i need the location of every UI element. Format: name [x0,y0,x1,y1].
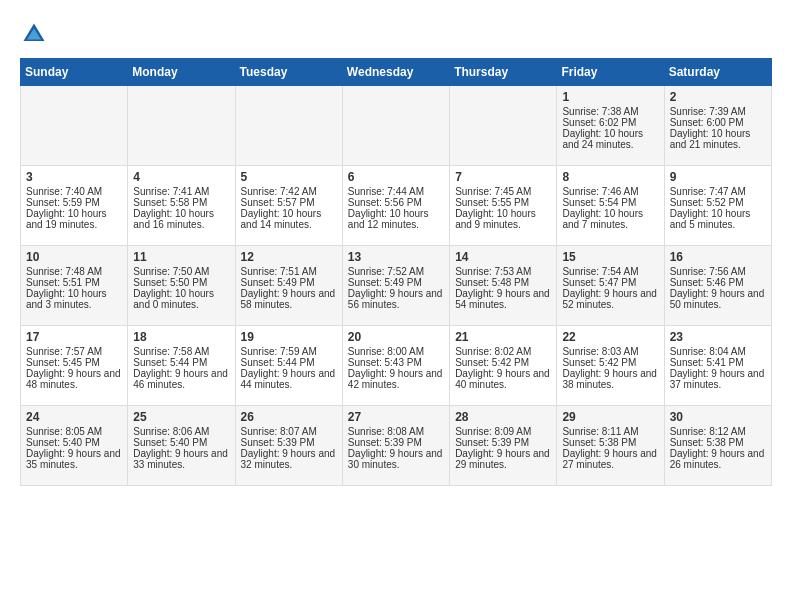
sunset: Sunset: 5:41 PM [670,357,744,368]
sunrise: Sunrise: 7:52 AM [348,266,424,277]
daylight: Daylight: 9 hours and 50 minutes. [670,288,765,310]
sunrise: Sunrise: 7:51 AM [241,266,317,277]
header-day-tuesday: Tuesday [235,59,342,86]
sunrise: Sunrise: 7:59 AM [241,346,317,357]
day-number: 30 [670,410,766,424]
calendar-cell: 24Sunrise: 8:05 AMSunset: 5:40 PMDayligh… [21,406,128,486]
day-number: 4 [133,170,229,184]
day-number: 16 [670,250,766,264]
sunrise: Sunrise: 7:42 AM [241,186,317,197]
day-number: 17 [26,330,122,344]
sunset: Sunset: 6:02 PM [562,117,636,128]
calendar-cell: 26Sunrise: 8:07 AMSunset: 5:39 PMDayligh… [235,406,342,486]
sunrise: Sunrise: 7:57 AM [26,346,102,357]
sunset: Sunset: 5:54 PM [562,197,636,208]
sunset: Sunset: 5:55 PM [455,197,529,208]
day-number: 6 [348,170,444,184]
sunset: Sunset: 5:51 PM [26,277,100,288]
day-number: 12 [241,250,337,264]
calendar-cell [342,86,449,166]
calendar-cell: 4Sunrise: 7:41 AMSunset: 5:58 PMDaylight… [128,166,235,246]
header-day-thursday: Thursday [450,59,557,86]
calendar-cell: 13Sunrise: 7:52 AMSunset: 5:49 PMDayligh… [342,246,449,326]
daylight: Daylight: 9 hours and 48 minutes. [26,368,121,390]
calendar-cell: 27Sunrise: 8:08 AMSunset: 5:39 PMDayligh… [342,406,449,486]
logo [20,20,52,48]
header-day-wednesday: Wednesday [342,59,449,86]
day-number: 9 [670,170,766,184]
day-number: 3 [26,170,122,184]
calendar-cell [235,86,342,166]
sunrise: Sunrise: 8:02 AM [455,346,531,357]
sunrise: Sunrise: 8:09 AM [455,426,531,437]
daylight: Daylight: 9 hours and 46 minutes. [133,368,228,390]
sunset: Sunset: 5:47 PM [562,277,636,288]
day-number: 20 [348,330,444,344]
daylight: Daylight: 9 hours and 37 minutes. [670,368,765,390]
header-row: SundayMondayTuesdayWednesdayThursdayFrid… [21,59,772,86]
daylight: Daylight: 9 hours and 38 minutes. [562,368,657,390]
daylight: Daylight: 10 hours and 0 minutes. [133,288,214,310]
header-day-monday: Monday [128,59,235,86]
week-row-4: 17Sunrise: 7:57 AMSunset: 5:45 PMDayligh… [21,326,772,406]
sunset: Sunset: 5:40 PM [26,437,100,448]
calendar-cell [128,86,235,166]
sunrise: Sunrise: 8:08 AM [348,426,424,437]
sunrise: Sunrise: 7:38 AM [562,106,638,117]
day-number: 13 [348,250,444,264]
daylight: Daylight: 9 hours and 54 minutes. [455,288,550,310]
sunset: Sunset: 5:39 PM [455,437,529,448]
sunset: Sunset: 5:44 PM [133,357,207,368]
sunrise: Sunrise: 7:58 AM [133,346,209,357]
week-row-5: 24Sunrise: 8:05 AMSunset: 5:40 PMDayligh… [21,406,772,486]
sunrise: Sunrise: 8:07 AM [241,426,317,437]
calendar-cell: 30Sunrise: 8:12 AMSunset: 5:38 PMDayligh… [664,406,771,486]
week-row-3: 10Sunrise: 7:48 AMSunset: 5:51 PMDayligh… [21,246,772,326]
calendar-cell: 18Sunrise: 7:58 AMSunset: 5:44 PMDayligh… [128,326,235,406]
sunset: Sunset: 5:45 PM [26,357,100,368]
calendar-header: SundayMondayTuesdayWednesdayThursdayFrid… [21,59,772,86]
sunrise: Sunrise: 8:06 AM [133,426,209,437]
calendar-cell: 17Sunrise: 7:57 AMSunset: 5:45 PMDayligh… [21,326,128,406]
calendar-cell: 23Sunrise: 8:04 AMSunset: 5:41 PMDayligh… [664,326,771,406]
sunset: Sunset: 5:39 PM [348,437,422,448]
sunrise: Sunrise: 8:11 AM [562,426,638,437]
day-number: 22 [562,330,658,344]
daylight: Daylight: 9 hours and 44 minutes. [241,368,336,390]
sunrise: Sunrise: 7:54 AM [562,266,638,277]
daylight: Daylight: 10 hours and 19 minutes. [26,208,107,230]
day-number: 8 [562,170,658,184]
calendar-cell: 15Sunrise: 7:54 AMSunset: 5:47 PMDayligh… [557,246,664,326]
calendar-cell: 8Sunrise: 7:46 AMSunset: 5:54 PMDaylight… [557,166,664,246]
sunrise: Sunrise: 7:56 AM [670,266,746,277]
sunrise: Sunrise: 7:50 AM [133,266,209,277]
calendar-table: SundayMondayTuesdayWednesdayThursdayFrid… [20,58,772,486]
sunrise: Sunrise: 8:03 AM [562,346,638,357]
sunrise: Sunrise: 8:00 AM [348,346,424,357]
sunrise: Sunrise: 7:45 AM [455,186,531,197]
daylight: Daylight: 10 hours and 21 minutes. [670,128,751,150]
calendar-cell: 21Sunrise: 8:02 AMSunset: 5:42 PMDayligh… [450,326,557,406]
sunrise: Sunrise: 7:44 AM [348,186,424,197]
daylight: Daylight: 9 hours and 30 minutes. [348,448,443,470]
day-number: 25 [133,410,229,424]
calendar-cell: 1Sunrise: 7:38 AMSunset: 6:02 PMDaylight… [557,86,664,166]
daylight: Daylight: 10 hours and 9 minutes. [455,208,536,230]
sunset: Sunset: 5:42 PM [455,357,529,368]
sunrise: Sunrise: 7:39 AM [670,106,746,117]
daylight: Daylight: 9 hours and 40 minutes. [455,368,550,390]
sunrise: Sunrise: 7:48 AM [26,266,102,277]
daylight: Daylight: 10 hours and 3 minutes. [26,288,107,310]
daylight: Daylight: 9 hours and 32 minutes. [241,448,336,470]
sunset: Sunset: 5:59 PM [26,197,100,208]
daylight: Daylight: 10 hours and 24 minutes. [562,128,643,150]
day-number: 2 [670,90,766,104]
sunset: Sunset: 6:00 PM [670,117,744,128]
daylight: Daylight: 10 hours and 16 minutes. [133,208,214,230]
daylight: Daylight: 10 hours and 12 minutes. [348,208,429,230]
header-day-friday: Friday [557,59,664,86]
sunset: Sunset: 5:46 PM [670,277,744,288]
sunrise: Sunrise: 7:53 AM [455,266,531,277]
calendar-cell [450,86,557,166]
calendar-cell: 19Sunrise: 7:59 AMSunset: 5:44 PMDayligh… [235,326,342,406]
